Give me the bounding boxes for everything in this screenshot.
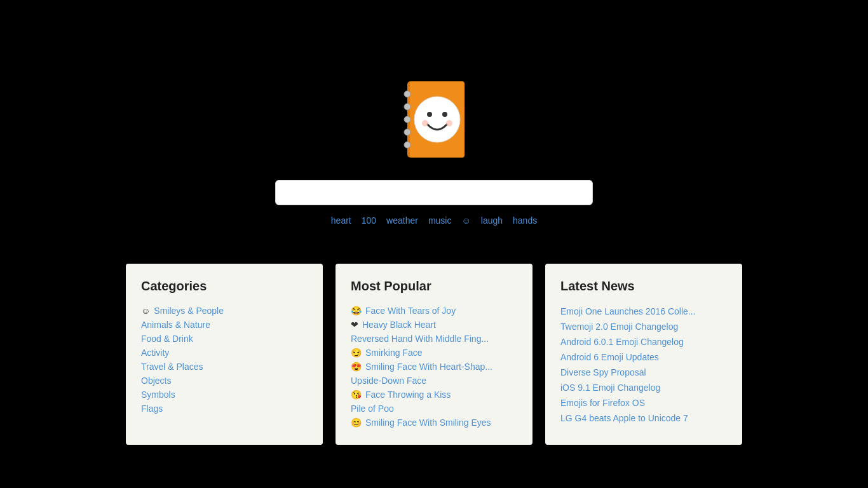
search-bar-container [275,180,593,205]
popular-reversed-hand[interactable]: Reversed Hand With Middle Fing... [351,334,489,344]
svg-point-11 [446,120,452,126]
app-logo [396,76,472,162]
hero-section: heart 100 weather music ☺ laugh hands [0,0,868,264]
news-spy[interactable]: Diverse Spy Proposal [560,367,646,377]
popular-smiling-eyes[interactable]: Smiling Face With Smiling Eyes [365,417,491,428]
category-smileys[interactable]: Smileys & People [154,306,224,316]
popular-heart-shape[interactable]: Smiling Face With Heart-Shap... [365,362,492,372]
category-travel[interactable]: Travel & Places [141,362,203,372]
categories-title: Categories [141,279,308,294]
list-item: iOS 9.1 Emoji Changelog [560,380,727,395]
svg-point-7 [414,97,460,142]
category-activity[interactable]: Activity [141,348,169,358]
heart-eyes-icon: 😍 [351,362,362,372]
svg-point-4 [404,116,410,123]
list-item: Upside-Down Face [351,374,517,388]
most-popular-title: Most Popular [351,279,517,294]
list-item: Symbols [141,388,308,402]
category-symbols[interactable]: Symbols [141,390,175,400]
tag-weather[interactable]: weather [386,215,418,226]
category-flags[interactable]: Flags [141,403,163,414]
search-input[interactable] [275,180,593,205]
list-item: Android 6.0.1 Emoji Changelog [560,334,727,349]
category-animals[interactable]: Animals & Nature [141,320,210,330]
popular-kiss[interactable]: Face Throwing a Kiss [365,390,451,400]
news-emoji-one[interactable]: Emoji One Launches 2016 Colle... [560,306,695,316]
smiling-eyes-icon: 😊 [351,417,362,428]
latest-news-title: Latest News [560,279,727,294]
category-objects[interactable]: Objects [141,376,171,386]
logo-container [396,76,472,165]
svg-point-10 [422,120,428,126]
popular-smirking-face[interactable]: Smirking Face [365,348,422,358]
list-item: Reversed Hand With Middle Fing... [351,332,517,346]
tag-music[interactable]: music [428,215,452,226]
list-item: Activity [141,346,308,360]
smirking-icon: 😏 [351,348,362,358]
svg-point-6 [404,142,410,148]
list-item: Objects [141,374,308,388]
list-item: Diverse Spy Proposal [560,365,727,380]
smileys-icon: ☺ [141,306,150,316]
list-item: 😏 Smirking Face [351,346,517,360]
list-item: 😍 Smiling Face With Heart-Shap... [351,360,517,374]
list-item: LG G4 beats Apple to Unicode 7 [560,410,727,426]
tears-joy-icon: 😂 [351,306,362,316]
popular-face-tears-joy[interactable]: Face With Tears of Joy [365,306,456,316]
svg-point-2 [404,91,410,97]
list-item: 😊 Smiling Face With Smiling Eyes [351,416,517,430]
list-item: ☺ Smileys & People [141,304,308,318]
list-item: Flags [141,402,308,416]
tag-hands[interactable]: hands [513,215,537,226]
list-item: Pile of Poo [351,402,517,416]
list-item: 😘 Face Throwing a Kiss [351,388,517,402]
main-content: Categories ☺ Smileys & People Animals & … [0,264,868,470]
latest-news-panel: Latest News Emoji One Launches 2016 Coll… [545,264,742,445]
list-item: Food & Drink [141,332,308,346]
list-item: 😂 Face With Tears of Joy [351,304,517,318]
search-tags: heart 100 weather music ☺ laugh hands [331,215,537,226]
popular-heavy-heart[interactable]: Heavy Black Heart [362,320,436,330]
category-food[interactable]: Food & Drink [141,334,193,344]
svg-point-8 [427,112,432,117]
list-item: Twemoji 2.0 Emoji Changelog [560,319,727,334]
list-item: Emoji One Launches 2016 Colle... [560,304,727,319]
popular-poo[interactable]: Pile of Poo [351,403,394,414]
news-android-6[interactable]: Android 6 Emoji Updates [560,352,659,362]
list-item: Android 6 Emoji Updates [560,349,727,365]
popular-upside-down[interactable]: Upside-Down Face [351,376,426,386]
tag-heart[interactable]: heart [331,215,351,226]
news-ios91[interactable]: iOS 9.1 Emoji Changelog [560,383,660,393]
news-twemoji[interactable]: Twemoji 2.0 Emoji Changelog [560,322,678,332]
tag-smile[interactable]: ☺ [461,215,470,226]
most-popular-panel: Most Popular 😂 Face With Tears of Joy ❤ … [336,264,532,445]
news-lg-g4[interactable]: LG G4 beats Apple to Unicode 7 [560,413,688,423]
svg-point-9 [442,112,447,117]
list-item: Travel & Places [141,360,308,374]
svg-point-5 [404,129,410,135]
list-item: Emojis for Firefox OS [560,395,727,410]
list-item: Animals & Nature [141,318,308,332]
tag-laugh[interactable]: laugh [481,215,503,226]
news-android-601[interactable]: Android 6.0.1 Emoji Changelog [560,337,684,347]
heart-icon: ❤ [351,320,358,330]
news-firefox[interactable]: Emojis for Firefox OS [560,398,645,408]
categories-panel: Categories ☺ Smileys & People Animals & … [126,264,323,445]
svg-point-3 [404,104,410,110]
kiss-icon: 😘 [351,390,362,400]
tag-100[interactable]: 100 [362,215,376,226]
list-item: ❤ Heavy Black Heart [351,318,517,332]
